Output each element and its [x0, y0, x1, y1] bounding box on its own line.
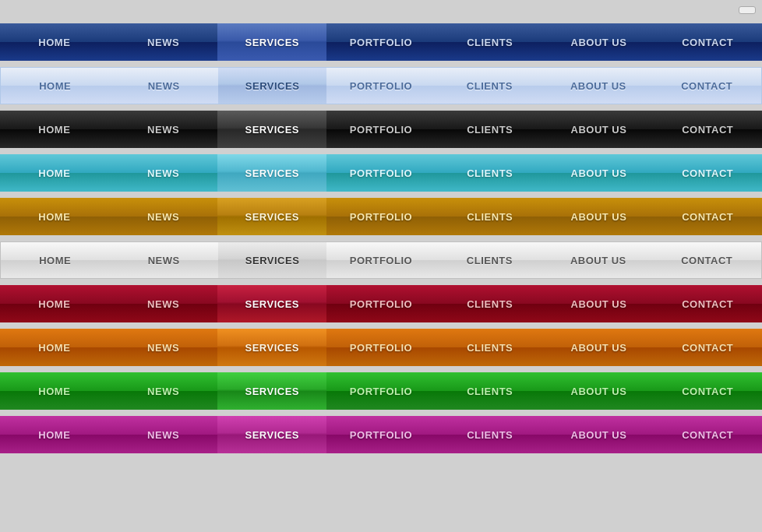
nav-3-item-services[interactable]: SERVICES [217, 111, 326, 148]
nav-1-item-about-us[interactable]: ABOUT US [545, 23, 654, 61]
nav-bar-8: HOMENEWSSERVICESPORTFOLIOCLIENTSABOUT US… [0, 329, 762, 366]
nav-bar-4: HOMENEWSSERVICESPORTFOLIOCLIENTSABOUT US… [0, 154, 762, 192]
nav-4-item-contact[interactable]: CONTACT [653, 154, 762, 192]
nav-2-item-services[interactable]: SERVICES [218, 68, 326, 104]
nav-10-item-news[interactable]: NEWS [109, 416, 218, 453]
nav-2-item-news[interactable]: NEWS [109, 68, 217, 104]
nav-4-item-services[interactable]: SERVICES [217, 154, 326, 192]
nav-7: HOMENEWSSERVICESPORTFOLIOCLIENTSABOUT US… [0, 285, 762, 322]
nav-8-item-contact[interactable]: CONTACT [653, 329, 762, 366]
nav-6-item-contact[interactable]: CONTACT [653, 242, 761, 278]
nav-8-item-services[interactable]: SERVICES [217, 329, 326, 366]
nav-6-item-clients[interactable]: CLIENTS [436, 242, 544, 278]
nav-7-item-portfolio[interactable]: PORTFOLIO [326, 285, 436, 322]
nav-10-item-clients[interactable]: CLIENTS [436, 416, 545, 453]
nav-9-item-clients[interactable]: CLIENTS [436, 372, 545, 410]
nav-3-item-clients[interactable]: CLIENTS [436, 111, 545, 148]
nav-9-item-portfolio[interactable]: PORTFOLIO [326, 372, 436, 410]
nav-2-item-home[interactable]: HOME [1, 68, 109, 104]
nav-7-item-clients[interactable]: CLIENTS [436, 285, 545, 322]
nav-5-item-portfolio[interactable]: PORTFOLIO [326, 198, 436, 235]
nav-8-item-clients[interactable]: CLIENTS [436, 329, 545, 366]
nav-9: HOMENEWSSERVICESPORTFOLIOCLIENTSABOUT US… [0, 372, 762, 410]
nav-2-item-portfolio[interactable]: PORTFOLIO [326, 68, 435, 104]
nav-3-item-about-us[interactable]: ABOUT US [545, 111, 654, 148]
nav-6-item-portfolio[interactable]: PORTFOLIO [326, 242, 435, 278]
nav-5-item-news[interactable]: NEWS [109, 198, 218, 235]
nav-2: HOMENEWSSERVICESPORTFOLIOCLIENTSABOUT US… [0, 67, 762, 104]
nav-1-item-contact[interactable]: CONTACT [653, 23, 762, 61]
nav-1-item-services[interactable]: SERVICES [217, 23, 326, 61]
nav-3-item-home[interactable]: HOME [0, 111, 109, 148]
nav-4-item-about-us[interactable]: ABOUT US [545, 154, 654, 192]
nav-9-item-news[interactable]: NEWS [109, 372, 218, 410]
nav-2-item-clients[interactable]: CLIENTS [436, 68, 544, 104]
nav-4-item-portfolio[interactable]: PORTFOLIO [326, 154, 436, 192]
nav-bar-1: HOMENEWSSERVICESPORTFOLIOCLIENTSABOUT US… [0, 23, 762, 61]
nav-4: HOMENEWSSERVICESPORTFOLIOCLIENTSABOUT US… [0, 154, 762, 192]
nav-4-item-news[interactable]: NEWS [109, 154, 218, 192]
nav-3-item-contact[interactable]: CONTACT [653, 111, 762, 148]
watermark-badge [739, 6, 756, 14]
nav-3-item-news[interactable]: NEWS [109, 111, 218, 148]
nav-4-item-clients[interactable]: CLIENTS [436, 154, 545, 192]
nav-bar-10: HOMENEWSSERVICESPORTFOLIOCLIENTSABOUT US… [0, 416, 762, 453]
nav-9-item-services[interactable]: SERVICES [217, 372, 326, 410]
nav-bar-2: HOMENEWSSERVICESPORTFOLIOCLIENTSABOUT US… [0, 67, 762, 104]
nav-2-item-about-us[interactable]: ABOUT US [544, 68, 652, 104]
nav-6-item-home[interactable]: HOME [1, 242, 109, 278]
nav-5: HOMENEWSSERVICESPORTFOLIOCLIENTSABOUT US… [0, 198, 762, 235]
nav-1-item-news[interactable]: NEWS [109, 23, 218, 61]
nav-9-item-contact[interactable]: CONTACT [653, 372, 762, 410]
nav-bar-5: HOMENEWSSERVICESPORTFOLIOCLIENTSABOUT US… [0, 198, 762, 235]
nav-6: HOMENEWSSERVICESPORTFOLIOCLIENTSABOUT US… [0, 241, 762, 279]
nav-6-item-about-us[interactable]: ABOUT US [544, 242, 652, 278]
nav-6-item-services[interactable]: SERVICES [218, 242, 326, 278]
nav-3: HOMENEWSSERVICESPORTFOLIOCLIENTSABOUT US… [0, 111, 762, 148]
nav-6-item-news[interactable]: NEWS [109, 242, 217, 278]
nav-7-item-contact[interactable]: CONTACT [653, 285, 762, 322]
nav-9-item-about-us[interactable]: ABOUT US [545, 372, 654, 410]
nav-10-item-about-us[interactable]: ABOUT US [545, 416, 654, 453]
nav-bar-9: HOMENEWSSERVICESPORTFOLIOCLIENTSABOUT US… [0, 372, 762, 410]
nav-bar-7: HOMENEWSSERVICESPORTFOLIOCLIENTSABOUT US… [0, 285, 762, 322]
nav-10: HOMENEWSSERVICESPORTFOLIOCLIENTSABOUT US… [0, 416, 762, 453]
nav-8-item-portfolio[interactable]: PORTFOLIO [326, 329, 436, 366]
nav-10-item-portfolio[interactable]: PORTFOLIO [326, 416, 436, 453]
nav-5-item-clients[interactable]: CLIENTS [436, 198, 545, 235]
nav-8-item-about-us[interactable]: ABOUT US [545, 329, 654, 366]
nav-2-item-contact[interactable]: CONTACT [653, 68, 761, 104]
nav-4-item-home[interactable]: HOME [0, 154, 109, 192]
nav-10-item-contact[interactable]: CONTACT [653, 416, 762, 453]
nav-1: HOMENEWSSERVICESPORTFOLIOCLIENTSABOUT US… [0, 23, 762, 61]
nav-7-item-news[interactable]: NEWS [109, 285, 218, 322]
nav-10-item-services[interactable]: SERVICES [217, 416, 326, 453]
nav-bar-6: HOMENEWSSERVICESPORTFOLIOCLIENTSABOUT US… [0, 241, 762, 279]
nav-1-item-portfolio[interactable]: PORTFOLIO [326, 23, 436, 61]
nav-7-item-home[interactable]: HOME [0, 285, 109, 322]
nav-5-item-about-us[interactable]: ABOUT US [545, 198, 654, 235]
page-container: HOMENEWSSERVICESPORTFOLIOCLIENTSABOUT US… [0, 0, 762, 467]
nav-8-item-news[interactable]: NEWS [109, 329, 218, 366]
nav-9-item-home[interactable]: HOME [0, 372, 109, 410]
nav-3-item-portfolio[interactable]: PORTFOLIO [326, 111, 436, 148]
nav-1-item-home[interactable]: HOME [0, 23, 109, 61]
nav-10-item-home[interactable]: HOME [0, 416, 109, 453]
nav-8: HOMENEWSSERVICESPORTFOLIOCLIENTSABOUT US… [0, 329, 762, 366]
nav-7-item-about-us[interactable]: ABOUT US [545, 285, 654, 322]
nav-bar-3: HOMENEWSSERVICESPORTFOLIOCLIENTSABOUT US… [0, 111, 762, 148]
nav-8-item-home[interactable]: HOME [0, 329, 109, 366]
nav-7-item-services[interactable]: SERVICES [217, 285, 326, 322]
nav-5-item-contact[interactable]: CONTACT [653, 198, 762, 235]
nav-5-item-services[interactable]: SERVICES [217, 198, 326, 235]
nav-1-item-clients[interactable]: CLIENTS [436, 23, 545, 61]
nav-5-item-home[interactable]: HOME [0, 198, 109, 235]
nav-bars-container: HOMENEWSSERVICESPORTFOLIOCLIENTSABOUT US… [0, 23, 762, 453]
